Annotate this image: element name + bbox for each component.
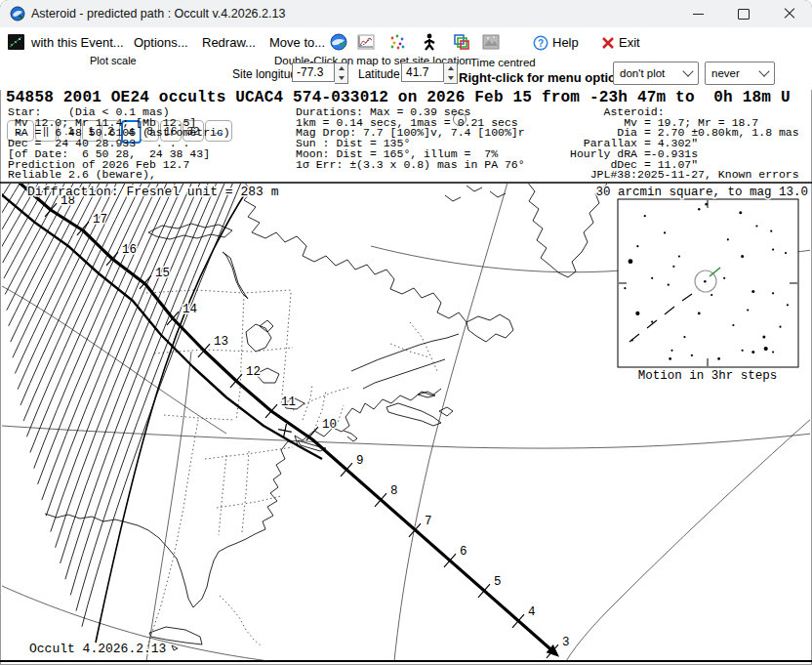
help-icon[interactable]: ?: [533, 35, 548, 55]
svg-text:9: 9: [356, 454, 364, 468]
coast-nova-scotia: [386, 392, 453, 426]
event-details: Durations: Max = 0.39 secs 1km = 0.14 se…: [296, 107, 525, 170]
svg-text:8: 8: [390, 484, 398, 498]
inset-box: [618, 199, 798, 367]
maximize-button[interactable]: [721, 0, 766, 27]
occultation-path: [0, 182, 559, 657]
inset-title: 30 arcmin square, to mag 13.0: [595, 186, 808, 199]
coast-st-lawrence: [351, 334, 459, 389]
event-chart-icon: [8, 33, 25, 55]
asteroid-details: Asteroid: Mv = 19.7; Mr = 18.7 Dia = 2.7…: [570, 107, 799, 181]
plot-scale-label: Plot scale: [90, 55, 137, 66]
svg-text:3: 3: [562, 636, 570, 649]
event-header: 54858 2001 OE24 occults UCAC4 574-033012…: [6, 89, 791, 106]
latitude-input[interactable]: 41.7: [401, 62, 444, 82]
svg-text:?: ?: [538, 38, 544, 49]
svg-text:4: 4: [528, 605, 536, 619]
observer-person-icon[interactable]: [422, 33, 437, 55]
lake-huron: [246, 320, 273, 352]
svg-text:16: 16: [122, 243, 137, 257]
time-centred-label[interactable]: Time centred: [470, 57, 536, 68]
coast-cape-cod: [344, 431, 357, 441]
chevron-down-icon: [758, 65, 769, 76]
inset-caption: Motion in 3hr steps: [638, 369, 778, 383]
minute-marks: 3456789101112131415161718: [45, 194, 570, 658]
coast-newfoundland: [467, 314, 513, 342]
google-earth-icon[interactable]: [330, 33, 347, 55]
version-note: Occult 4.2026.2.13: [29, 642, 166, 656]
title-bar[interactable]: Asteroid - predicted path : Occult v.4.2…: [0, 0, 812, 28]
scatter-points-icon[interactable]: [388, 33, 406, 55]
svg-text:7: 7: [425, 515, 432, 528]
app-icon: [10, 6, 25, 25]
layers-icon[interactable]: [453, 33, 470, 55]
minimize-button[interactable]: [675, 0, 720, 27]
update-mode-dropdown[interactable]: never: [705, 62, 775, 85]
chevron-down-icon: [682, 65, 693, 76]
image-overlay-icon[interactable]: [482, 33, 500, 55]
coast-labrador-quebec: [244, 182, 467, 322]
site-longitude-input[interactable]: -77.3: [292, 62, 335, 82]
menu-with-this-event[interactable]: with this Event...: [31, 35, 124, 50]
menu-move-to[interactable]: Move to...: [269, 35, 325, 50]
prediction-map[interactable]: 3456789101112131415161718 Diffraction: F…: [0, 182, 812, 665]
svg-text:5: 5: [494, 575, 502, 589]
fresnel-note: Diffraction: Fresnel unit = 283 m: [27, 185, 279, 199]
svg-text:13: 13: [214, 335, 228, 349]
exit-icon[interactable]: [601, 36, 615, 54]
inset-chart: [618, 199, 798, 367]
svg-text:10: 10: [322, 418, 337, 432]
plot-mode-dropdown[interactable]: don't plot: [613, 62, 699, 85]
occult-window: { "window": { "title": "Asteroid - predi…: [0, 0, 812, 665]
close-button[interactable]: [767, 0, 812, 27]
menu-help[interactable]: Help: [552, 35, 579, 50]
svg-text:12: 12: [246, 365, 261, 379]
maximize-icon: [738, 9, 750, 20]
window-title: Asteroid - predicted path : Occult v.4.2…: [31, 7, 285, 21]
menu-exit[interactable]: Exit: [619, 35, 640, 50]
menu-bar: with this Event... Options... Redraw... …: [0, 27, 812, 57]
menu-options[interactable]: Options...: [134, 35, 188, 50]
svg-text:14: 14: [183, 303, 197, 316]
latitude-stepper[interactable]: [444, 62, 458, 84]
plot-graph-icon[interactable]: [357, 33, 375, 55]
arctic-islands: [445, 186, 506, 201]
menu-redraw[interactable]: Redraw...: [202, 35, 256, 50]
minimize-icon: [693, 14, 704, 15]
svg-text:6: 6: [460, 545, 467, 559]
svg-text:11: 11: [281, 395, 296, 409]
state-borders: [146, 290, 437, 649]
svg-text:15: 15: [155, 267, 170, 280]
right-click-hint: Right-click for menu options: [459, 70, 630, 85]
star-details: Star: (Dia < 0.1 mas) Mv 12.0; Mr 11.4; …: [8, 107, 230, 181]
close-icon: [784, 8, 795, 20]
tool-bar: Plot scale ← || .1 1 2 4 8 16 32 → Doubl…: [0, 57, 812, 90]
site-longitude-stepper[interactable]: [335, 62, 348, 84]
svg-text:17: 17: [93, 213, 107, 227]
latitude-label: Latitude: [358, 67, 400, 81]
